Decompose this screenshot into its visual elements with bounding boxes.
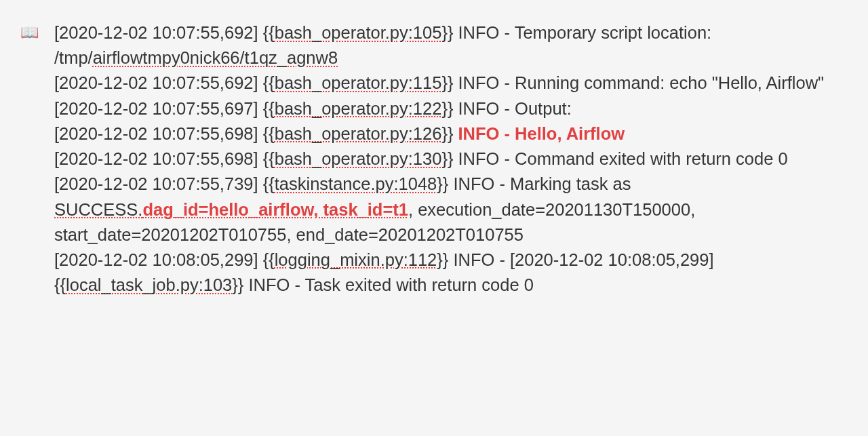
log-line-6: [2020-12-02 10:07:55,739] {{taskinstance… <box>54 172 848 247</box>
ts-src: [2020-12-02 10:08:05,299] {{ <box>54 250 275 269</box>
src-file-2: local_task_job.py:103 <box>66 275 232 294</box>
msg-end: }} INFO - Task exited with return code 0 <box>232 275 534 294</box>
log-line-2: [2020-12-02 10:07:55,692] {{bash_operato… <box>54 71 848 96</box>
msg-part: }} INFO - Command exited with return cod… <box>441 149 787 168</box>
ts-src: [2020-12-02 10:07:55,692] {{ <box>54 23 275 42</box>
ts-src: [2020-12-02 10:07:55,739] {{ <box>54 174 275 193</box>
msg-part: }} INFO - Output: <box>441 99 571 118</box>
ts-src: [2020-12-02 10:07:55,698] {{ <box>54 124 275 143</box>
tmp-path: airflowtmpy0nick66/t1qz_agnw8 <box>93 48 338 67</box>
log-line-7: [2020-12-02 10:08:05,299] {{logging_mixi… <box>54 247 848 298</box>
log-line-5: [2020-12-02 10:07:55,698] {{bash_operato… <box>54 146 848 172</box>
log-line-4: [2020-12-02 10:07:55,698] {{bash_operato… <box>54 121 848 146</box>
hello-output: INFO - Hello, Airflow <box>458 124 625 143</box>
src-file: bash_operator.py:126 <box>275 124 442 143</box>
log-line-3: [2020-12-02 10:07:55,697] {{bash_operato… <box>54 96 848 121</box>
log-text: [2020-12-02 10:07:55,692] {{bash_operato… <box>54 20 848 298</box>
ts-src: [2020-12-02 10:07:55,697] {{ <box>54 99 275 118</box>
msg-part: }} INFO - Marking task as <box>437 174 631 193</box>
src-file: logging_mixin.py:112 <box>275 250 437 269</box>
ts-src: [2020-12-02 10:07:55,692] {{ <box>54 73 275 92</box>
log-line-1: [2020-12-02 10:07:55,692] {{bash_operato… <box>54 20 848 71</box>
src-file: bash_operator.py:130 <box>275 149 442 168</box>
ts-src: [2020-12-02 10:07:55,698] {{ <box>54 149 275 168</box>
success-word: SUCCESS. <box>54 200 142 219</box>
src-file: bash_operator.py:105 <box>275 23 442 42</box>
msg-close: }} <box>441 124 458 143</box>
log-container: 📖 [2020-12-02 10:07:55,692] {{bash_opera… <box>20 20 848 298</box>
bullet-icon: 📖 <box>20 20 54 43</box>
src-file: taskinstance.py:1048 <box>275 174 437 193</box>
src-file: bash_operator.py:122 <box>275 99 442 118</box>
msg-part: }} INFO - Running command: echo "Hello, … <box>441 73 824 92</box>
dag-task-id: dag_id=hello_airflow, task_id=t1 <box>142 200 408 219</box>
src-file: bash_operator.py:115 <box>275 73 442 92</box>
